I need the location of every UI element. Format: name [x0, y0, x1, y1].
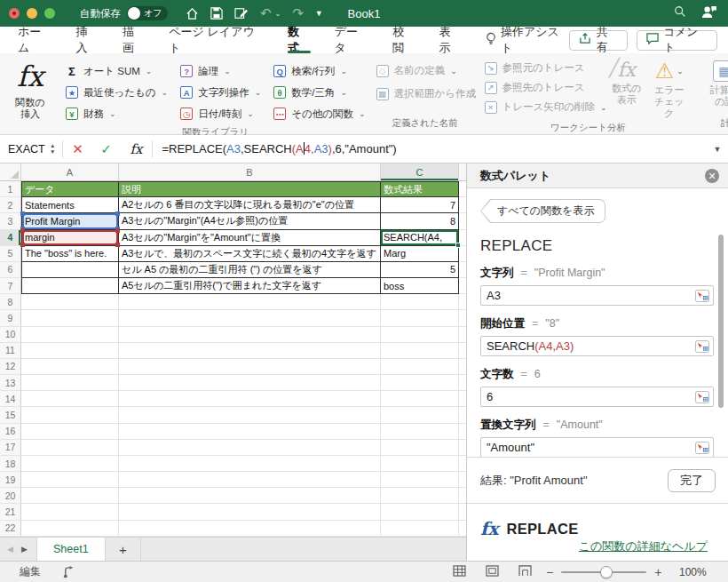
cell-B13[interactable]	[119, 375, 381, 391]
cell-A20[interactable]	[21, 488, 119, 504]
cell-A15[interactable]	[21, 407, 119, 423]
row-header-3[interactable]: 3	[0, 213, 21, 229]
cell-B12[interactable]	[119, 359, 381, 375]
error-check-button[interactable]: ⚠ ⌄ エラーチェック	[650, 60, 689, 120]
range-selector-icon[interactable]	[695, 442, 709, 454]
cell-A9[interactable]	[21, 310, 119, 326]
cell-C3[interactable]: 8	[381, 213, 459, 229]
cell-C17[interactable]	[381, 440, 459, 456]
row-header-14[interactable]: 14	[0, 391, 21, 407]
cell-C4[interactable]: SEARCH(A4,	[381, 230, 459, 246]
home-icon[interactable]	[186, 7, 199, 20]
cell-C16[interactable]	[381, 424, 459, 440]
cell-C19[interactable]	[381, 472, 459, 488]
range-selector-icon[interactable]	[695, 340, 709, 353]
cell-C15[interactable]	[381, 407, 459, 423]
cell-C6[interactable]: 5	[381, 262, 459, 278]
minimize-window-button[interactable]	[27, 8, 37, 19]
customize-toolbar-icon[interactable]: ▼	[315, 9, 323, 18]
cell-A14[interactable]	[21, 391, 119, 407]
tab-review[interactable]: 校閲	[392, 27, 415, 53]
tab-page-layout[interactable]: ページ レイアウト	[169, 27, 264, 53]
row-header-4[interactable]: 4	[0, 230, 21, 246]
cell-A16[interactable]	[21, 424, 119, 440]
cell-B4[interactable]: A3セルの"Margin"を"Amount"に置換	[119, 230, 381, 246]
range-selector-icon[interactable]	[695, 290, 709, 302]
ribbon-item-trace-precedents[interactable]: ↘参照元のトレース	[485, 61, 607, 75]
cell-B9[interactable]	[119, 310, 381, 326]
row-header-2[interactable]: 2	[0, 197, 21, 213]
autosave-toggle[interactable]: オフ	[127, 6, 168, 20]
cell-B11[interactable]	[119, 343, 381, 359]
select-all-corner[interactable]	[0, 163, 21, 181]
cell-C9[interactable]	[381, 310, 459, 326]
row-header-16[interactable]: 16	[0, 424, 21, 440]
formula-text[interactable]: =REPLACE(A3,SEARCH(A4,A3),6,"Amount")	[153, 142, 707, 155]
ribbon-item-lookup[interactable]: Q検索/行列⌄	[273, 60, 365, 82]
cell-B17[interactable]	[119, 440, 381, 456]
cell-C20[interactable]	[381, 488, 459, 504]
cell-C1[interactable]: 数式結果	[381, 181, 459, 197]
cell-A6[interactable]	[21, 262, 119, 278]
fill-handle[interactable]	[455, 243, 461, 248]
ribbon-item-create-from-selection[interactable]: ▦選択範囲から作成	[376, 87, 477, 100]
cell-A3[interactable]: Profit Margin	[21, 213, 119, 229]
cell-A13[interactable]	[21, 375, 119, 391]
cell-B2[interactable]: A2セルの 6 番目の文字以降に現れる最初の"e"の位置	[119, 197, 381, 213]
cell-A17[interactable]	[21, 440, 119, 456]
tab-insert[interactable]: 挿入	[76, 27, 99, 53]
row-header-10[interactable]: 10	[0, 327, 21, 343]
row-header-12[interactable]: 12	[0, 359, 21, 375]
field-input-start-position[interactable]: SEARCH(A4,A3)	[480, 336, 714, 356]
row-header-13[interactable]: 13	[0, 375, 21, 391]
cell-A10[interactable]	[21, 327, 119, 343]
undo-icon[interactable]: ↶	[260, 5, 272, 21]
tab-data[interactable]: データ	[335, 27, 369, 53]
ribbon-item-recently-used[interactable]: ★最近使ったもの⌄	[66, 82, 168, 103]
ribbon-item-logical[interactable]: ?論理⌄	[180, 60, 261, 82]
save-icon[interactable]	[210, 7, 223, 20]
cell-C21[interactable]	[381, 504, 459, 520]
cell-C10[interactable]	[381, 327, 459, 343]
edit-icon[interactable]	[234, 7, 249, 20]
row-header-11[interactable]: 11	[0, 343, 21, 359]
cell-B10[interactable]	[119, 327, 381, 343]
cell-C13[interactable]	[381, 375, 459, 391]
cell-A22[interactable]	[21, 521, 119, 537]
ribbon-item-date-time[interactable]: ◷日付/時刻⌄	[180, 103, 261, 124]
cell-B15[interactable]	[119, 407, 381, 423]
cell-A4[interactable]: margin	[21, 230, 119, 246]
cell-C8[interactable]	[381, 294, 459, 310]
field-input-char-count[interactable]: 6	[480, 387, 714, 407]
column-header-C[interactable]: C	[381, 163, 459, 181]
cell-C2[interactable]: 7	[381, 197, 459, 213]
cell-A19[interactable]	[21, 472, 119, 488]
cell-B19[interactable]	[119, 472, 381, 488]
calc-options-button[interactable]: ▦ ⌄ 計算方法の設定	[707, 60, 728, 108]
cell-C22[interactable]	[381, 521, 459, 537]
cell-B8[interactable]	[119, 294, 381, 310]
name-box-stepper[interactable]: ▲▼	[50, 143, 55, 155]
cell-B20[interactable]	[119, 488, 381, 504]
undo-chevron-icon[interactable]: ⌄	[275, 10, 281, 18]
row-header-8[interactable]: 8	[0, 294, 21, 310]
cell-C18[interactable]	[381, 456, 459, 472]
cell-C7[interactable]: boss	[381, 278, 459, 294]
row-header-17[interactable]: 17	[0, 440, 21, 456]
search-icon[interactable]	[674, 5, 686, 21]
cell-B7[interactable]: A5セルの二重引用符(")で囲まれた文字を返す	[119, 278, 381, 294]
add-sheet-button[interactable]: +	[106, 538, 141, 561]
tab-formulas[interactable]: 数式	[288, 27, 310, 53]
cell-B22[interactable]	[119, 521, 381, 537]
cell-C12[interactable]	[381, 359, 459, 375]
ribbon-item-text[interactable]: A文字列操作⌄	[180, 82, 261, 103]
cell-B5[interactable]: A3セルで、最初のスペース文字に続く最初の4文字を返す	[119, 246, 381, 262]
cell-A12[interactable]	[21, 359, 119, 375]
cell-A7[interactable]	[21, 278, 119, 294]
ribbon-item-financial[interactable]: ¥財務⌄	[66, 103, 168, 124]
ribbon-item-trace-dependents[interactable]: ↗参照先のトレース	[485, 81, 607, 94]
row-header-9[interactable]: 9	[0, 310, 21, 326]
panel-scrollbar[interactable]	[718, 235, 724, 408]
row-header-18[interactable]: 18	[0, 456, 21, 472]
column-header-B[interactable]: B	[119, 163, 381, 181]
